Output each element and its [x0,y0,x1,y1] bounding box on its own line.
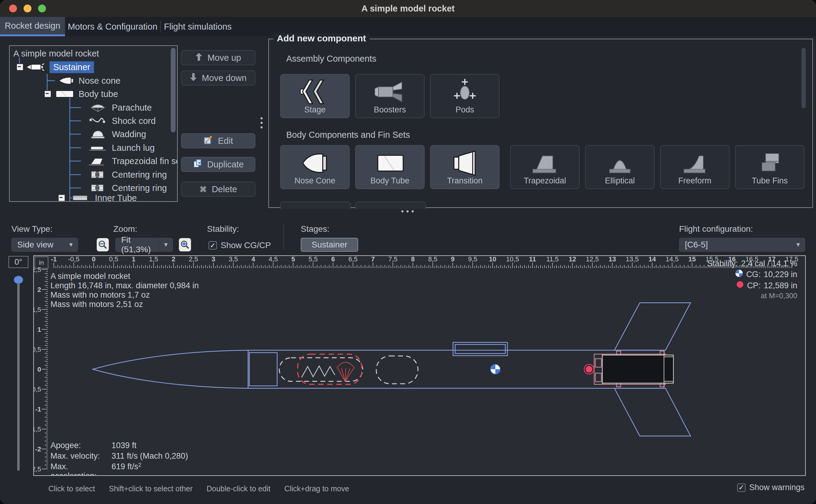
transition-card-icon [444,148,486,179]
tree-item-nose-cone[interactable]: Nose cone [56,74,121,87]
nose-cone-icon [56,76,79,86]
flight-stats-block: Apogee: 1039 ft Max. velocity: 311 ft/s … [50,441,188,476]
show-warnings-checkbox[interactable]: ✓ [737,483,746,492]
svg-text:8: 8 [411,256,415,263]
tree-item-label: Shock cord [112,116,156,126]
edit-button[interactable]: Edit [181,133,255,148]
view-type-select[interactable]: Side view ▼ [11,238,78,252]
show-warnings-control[interactable]: ✓ Show warnings [737,483,805,492]
status-hints: Click to select Shift+click to select ot… [48,484,349,493]
svg-text:2,5: 2,5 [189,256,198,263]
move-down-button[interactable]: Move down [181,70,255,86]
svg-text:13,5: 13,5 [626,256,639,263]
collapse-icon[interactable] [16,63,24,71]
add-elliptical-fin-button[interactable]: Elliptical [585,145,655,189]
svg-text:5: 5 [291,256,295,263]
add-trapezoidal-fin-button[interactable]: Trapezoidal [510,145,580,189]
rocket-icon [24,62,50,73]
partial-card[interactable] [280,202,351,209]
tree-item-label: Sustainer [50,61,94,73]
partial-card[interactable] [355,202,426,209]
centering-ring-icon [84,170,112,180]
tree-item-inner-tube[interactable]: Inner Tube [58,191,137,202]
tree-scrollbar[interactable] [171,48,176,132]
tab-rocket-design[interactable]: Rocket design [0,17,65,36]
add-transition-button[interactable]: Transition [430,145,500,189]
rocket-outline [93,303,691,436]
tab-motors-configuration[interactable]: Motors & Configuration [65,17,160,36]
freeform-fin-icon [674,148,716,179]
apogee-label: Apogee: [50,441,112,450]
zoom-out-button[interactable] [97,238,109,251]
rocket-canvas[interactable]: -1-0,500,511,522,533,544,555,566,577,588… [33,255,806,476]
component-tree-panel: A simple model rocket Sustainer [9,45,178,202]
wadding-outline [376,356,418,384]
svg-text:-2,5: -2,5 [34,465,41,473]
stage-icon [297,77,333,108]
stage-toggle-sustainer[interactable]: Sustainer [301,238,358,252]
svg-text:2: 2 [37,286,41,293]
svg-text:-0,5: -0,5 [34,386,41,393]
add-panel-scrollbar[interactable] [801,48,806,108]
svg-text:4: 4 [251,256,255,263]
cg-label: CG: [746,270,761,279]
tree-item-parachute[interactable]: Parachute [84,101,152,114]
shock-cord-outline [298,354,362,384]
add-freeform-fin-button[interactable]: Freeform [660,145,730,189]
zoom-select[interactable]: Fit (51,3%) ▼ [115,238,173,252]
cp-value: 12,589 in [764,281,797,290]
assembly-components-heading: Assembly Components [286,54,376,64]
svg-text:0: 0 [37,366,41,373]
add-stage-button[interactable]: Stage [280,74,350,118]
add-body-tube-button[interactable]: Body Tube [355,145,425,189]
collapse-icon[interactable] [44,90,51,98]
apogee-value: 1039 ft [112,441,137,450]
add-pods-button[interactable]: Pods [430,74,500,118]
motor [602,355,673,383]
svg-text:10,5: 10,5 [506,256,519,263]
add-boosters-button[interactable]: Boosters [355,74,425,118]
rotation-slider-knob[interactable] [14,276,23,283]
tree-item-centering-ring-1[interactable]: Centering ring [84,168,167,181]
show-cg-cp-control[interactable]: ✓ Show CG/CP [209,241,271,250]
wadding-icon [84,129,112,139]
tree-item-wadding[interactable]: Wadding [84,128,146,141]
svg-text:11: 11 [529,256,536,263]
tree-item-label: Inner Tube [95,193,137,202]
show-cg-cp-checkbox[interactable]: ✓ [209,241,217,250]
max-acceleration-value: 619 ft/s [112,462,138,476]
show-cg-cp-label: Show CG/CP [221,241,271,250]
duplicate-button[interactable]: Duplicate [181,157,255,172]
add-component-title: Add new component [273,33,370,44]
add-nose-cone-button[interactable]: Nose Cone [280,145,350,189]
button-label: Move up [207,53,241,63]
vertical-splitter-handle[interactable] [261,117,263,128]
tree-item-trapezoidal-fin-set[interactable]: Trapezoidal fin set [84,154,178,168]
tree-item-launch-lug[interactable]: Launch lug [84,141,155,154]
svg-text:14,5: 14,5 [666,256,679,263]
rotation-slider-track[interactable] [17,276,20,471]
pods-icon [447,77,483,108]
svg-text:7,5: 7,5 [388,256,398,263]
view-type-value: Side view [12,240,64,250]
horizontal-splitter-handle[interactable] [401,210,414,212]
stage-toggle-label: Sustainer [312,240,347,250]
svg-text:15: 15 [688,256,696,263]
flight-configuration-select[interactable]: [C6-5] ▼ [679,238,805,252]
tree-item-body-tube[interactable]: Body tube [44,87,118,101]
add-tube-fins-button[interactable]: Tube Fins [735,145,805,189]
tree-item-shock-cord[interactable]: Shock cord [84,114,156,128]
tree-item-rocket[interactable]: A simple model rocket [13,47,99,60]
chevron-down-icon: ▼ [159,238,173,251]
svg-text:1,5: 1,5 [149,256,158,263]
zoom-in-button[interactable] [179,238,191,251]
svg-text:8,5: 8,5 [428,256,438,263]
collapse-icon[interactable] [58,194,65,202]
zoom-label: Zoom: [113,224,137,234]
delete-button[interactable]: ✖ Delete [181,182,255,197]
move-up-button[interactable]: Move up [181,50,255,65]
tree-item-sustainer[interactable]: Sustainer [16,60,94,74]
body-tube-card-icon [369,148,411,179]
tab-flight-simulations[interactable]: Flight simulations [161,17,235,36]
tree-item-label: Wadding [112,129,146,139]
